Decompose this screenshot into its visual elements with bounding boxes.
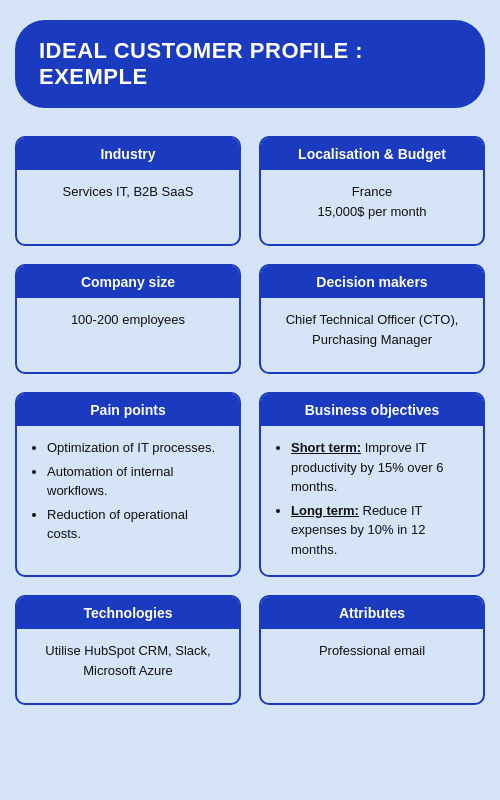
card-technologies: TechnologiesUtilise HubSpot CRM, Slack, … bbox=[15, 595, 241, 705]
header-banner: IDEAL CUSTOMER PROFILE : EXEMPLE bbox=[15, 20, 485, 108]
card-decision-makers: Decision makersChief Technical Officer (… bbox=[259, 264, 485, 374]
card-line-localisation-budget-1: 15,000$ per month bbox=[275, 202, 469, 222]
card-line-technologies-0: Utilise HubSpot CRM, Slack, Microsoft Az… bbox=[31, 641, 225, 680]
cards-grid: IndustryServices IT, B2B SaaSLocalisatio… bbox=[15, 136, 485, 705]
card-header-decision-makers: Decision makers bbox=[261, 266, 483, 298]
card-header-attributes: Attributes bbox=[261, 597, 483, 629]
card-pain-points: Pain pointsOptimization of IT processes.… bbox=[15, 392, 241, 577]
card-business-objectives: Business objectivesShort term: Improve I… bbox=[259, 392, 485, 577]
list-item-prefix-business-objectives-0: Short term: bbox=[291, 440, 361, 455]
list-item-business-objectives-0: Short term: Improve IT productivity by 1… bbox=[291, 438, 469, 497]
card-body-attributes: Professional email bbox=[261, 629, 483, 673]
card-body-localisation-budget: France15,000$ per month bbox=[261, 170, 483, 233]
card-header-company-size: Company size bbox=[17, 266, 239, 298]
card-header-business-objectives: Business objectives bbox=[261, 394, 483, 426]
card-list-pain-points: Optimization of IT processes.Automation … bbox=[31, 438, 225, 544]
card-line-industry-0: Services IT, B2B SaaS bbox=[31, 182, 225, 202]
list-item-pain-points-2: Reduction of operational costs. bbox=[47, 505, 225, 544]
card-header-industry: Industry bbox=[17, 138, 239, 170]
card-body-company-size: 100-200 employees bbox=[17, 298, 239, 342]
card-body-business-objectives: Short term: Improve IT productivity by 1… bbox=[261, 426, 483, 575]
card-line-localisation-budget-0: France bbox=[275, 182, 469, 202]
card-list-business-objectives: Short term: Improve IT productivity by 1… bbox=[275, 438, 469, 559]
card-body-technologies: Utilise HubSpot CRM, Slack, Microsoft Az… bbox=[17, 629, 239, 692]
card-body-pain-points: Optimization of IT processes.Automation … bbox=[17, 426, 239, 560]
card-body-industry: Services IT, B2B SaaS bbox=[17, 170, 239, 214]
card-industry: IndustryServices IT, B2B SaaS bbox=[15, 136, 241, 246]
card-localisation-budget: Localisation & BudgetFrance15,000$ per m… bbox=[259, 136, 485, 246]
card-attributes: AttributesProfessional email bbox=[259, 595, 485, 705]
list-item-business-objectives-1: Long term: Reduce IT expenses by 10% in … bbox=[291, 501, 469, 560]
card-body-decision-makers: Chief Technical Officer (CTO), Purchasin… bbox=[261, 298, 483, 361]
list-item-pain-points-0: Optimization of IT processes. bbox=[47, 438, 225, 458]
list-item-pain-points-1: Automation of internal workflows. bbox=[47, 462, 225, 501]
card-line-attributes-0: Professional email bbox=[275, 641, 469, 661]
list-item-prefix-business-objectives-1: Long term: bbox=[291, 503, 359, 518]
card-header-localisation-budget: Localisation & Budget bbox=[261, 138, 483, 170]
card-line-decision-makers-0: Chief Technical Officer (CTO), Purchasin… bbox=[275, 310, 469, 349]
card-header-technologies: Technologies bbox=[17, 597, 239, 629]
card-company-size: Company size100-200 employees bbox=[15, 264, 241, 374]
header-title: IDEAL CUSTOMER PROFILE : EXEMPLE bbox=[39, 38, 461, 90]
card-header-pain-points: Pain points bbox=[17, 394, 239, 426]
card-line-company-size-0: 100-200 employees bbox=[31, 310, 225, 330]
